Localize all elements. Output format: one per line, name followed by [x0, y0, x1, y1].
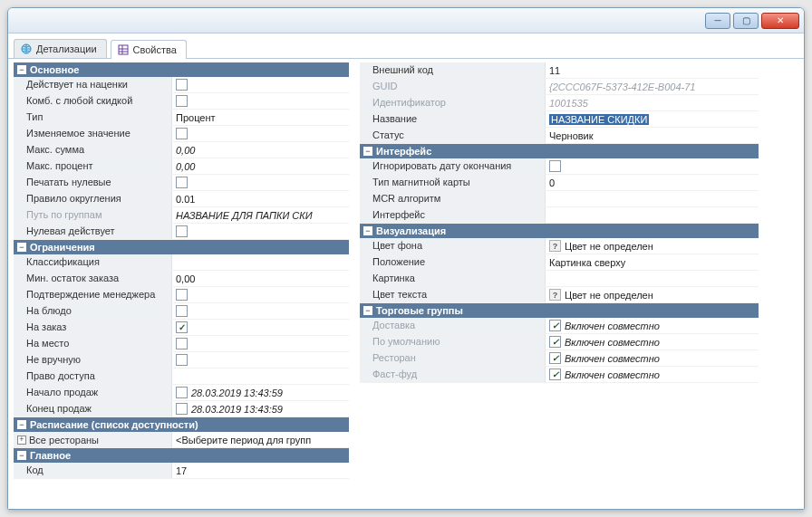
row-vse-restorany[interactable]: + Все рестораны <Выберите период для гру…	[14, 432, 349, 448]
row-na-mesto[interactable]: На место	[14, 336, 349, 352]
row-pechatat-nulevye[interactable]: Печатать нулевые	[14, 175, 349, 191]
row-min-ostatok-zakaza[interactable]: Мин. остаток заказа 0,00	[14, 271, 349, 287]
row-fast-fud[interactable]: Фаст-фуд Включен совместно	[360, 367, 759, 383]
checkbox[interactable]	[176, 387, 188, 398]
row-konec-prodazh[interactable]: Конец продаж 28.03.2019 13:43:59	[14, 401, 349, 417]
checkbox[interactable]	[176, 305, 188, 317]
section-interfeis[interactable]: − Интерфейс	[360, 144, 759, 158]
row-restoran[interactable]: Ресторан Включен совместно	[360, 350, 759, 367]
row-podtverzhdenie-menedzhera[interactable]: Подтверждение менеджера	[14, 287, 349, 303]
checkbox[interactable]	[176, 338, 188, 349]
checkbox[interactable]	[176, 403, 188, 415]
row-tip[interactable]: Тип Процент	[14, 110, 349, 126]
collapse-icon: −	[363, 306, 372, 315]
checkbox[interactable]	[176, 177, 188, 188]
row-cvet-fona[interactable]: Цвет фона ?Цвет не определен	[360, 238, 759, 254]
row-na-zakaz[interactable]: На заказ	[14, 320, 349, 336]
question-icon: ?	[549, 289, 561, 301]
checkbox[interactable]	[549, 336, 561, 348]
titlebar: ─ ▢ ✕	[8, 8, 804, 34]
row-ne-vruchnuyu[interactable]: Не вручную	[14, 352, 349, 369]
row-nazvanie[interactable]: Название НАЗВАНИЕ СКИДКИ	[360, 111, 759, 128]
section-vizualizaciya[interactable]: − Визуализация	[360, 224, 759, 238]
minimize-button[interactable]: ─	[705, 13, 730, 29]
selected-text: НАЗВАНИЕ СКИДКИ	[549, 114, 649, 125]
row-pravilo-okrugleniya[interactable]: Правило округления 0.01	[14, 191, 349, 207]
row-interfeis[interactable]: Интерфейс	[360, 207, 759, 224]
tab-label: Детализации	[36, 43, 97, 54]
globe-icon	[20, 43, 33, 55]
collapse-icon: −	[17, 451, 26, 460]
row-deistvuet-na-nacenki[interactable]: Действует на наценки	[14, 77, 349, 93]
svg-rect-1	[119, 45, 128, 54]
collapse-icon: −	[363, 226, 372, 235]
row-komb-s-luboi-skidkoi[interactable]: Комб. с любой скидкой	[14, 93, 349, 110]
section-osnovnoe[interactable]: − Основное	[14, 62, 349, 77]
checkbox[interactable]	[549, 369, 561, 380]
checkbox[interactable]	[176, 95, 188, 107]
collapse-icon: −	[17, 65, 26, 74]
row-maks-summa[interactable]: Макс. сумма 0,00	[14, 142, 349, 158]
question-icon: ?	[549, 240, 561, 252]
row-dostavka[interactable]: Доставка Включен совместно	[360, 318, 759, 334]
maximize-button[interactable]: ▢	[733, 13, 759, 29]
tab-label: Свойства	[133, 44, 177, 55]
checkbox[interactable]	[549, 320, 561, 331]
properties-icon	[117, 43, 130, 56]
row-mcr-algoritm[interactable]: MCR алгоритм	[360, 191, 759, 207]
checkbox[interactable]	[549, 160, 561, 172]
row-izmenyaemoe-znachenie[interactable]: Изменяемое значение	[14, 126, 349, 142]
row-polozhenie[interactable]: Положение Картинка сверху	[360, 254, 759, 271]
row-klassifikaciya[interactable]: Классификация	[14, 254, 349, 271]
checkbox[interactable]	[176, 289, 188, 301]
checkbox[interactable]	[176, 79, 188, 91]
section-raspisanie[interactable]: − Расписание (список доступности)	[14, 417, 349, 432]
row-status[interactable]: Статус Черновик	[360, 128, 759, 144]
row-nachalo-prodazh[interactable]: Начало продаж 28.03.2019 13:43:59	[14, 385, 349, 401]
row-ignorirovat-datu[interactable]: Игнорировать дату окончания	[360, 158, 759, 175]
row-guid: GUID {2CCC067F-5373-412E-B004-71	[360, 79, 759, 95]
collapse-icon: −	[17, 243, 26, 252]
close-button[interactable]: ✕	[761, 13, 799, 29]
row-cvet-teksta[interactable]: Цвет текста ?Цвет не определен	[360, 287, 759, 303]
collapse-icon: −	[17, 420, 26, 429]
property-grid-body: − Основное Действует на наценки Комб. с …	[8, 59, 804, 509]
row-vneshniy-kod[interactable]: Внешний код 11	[360, 62, 759, 79]
section-ogranicheniya[interactable]: − Ограничения	[14, 240, 349, 254]
checkbox[interactable]	[176, 225, 188, 237]
row-na-bludo[interactable]: На блюдо	[14, 303, 349, 320]
checkbox[interactable]	[176, 321, 188, 333]
row-put-po-gruppam: Путь по группам НАЗВАНИЕ ДЛЯ ПАПКИ СКИ	[14, 207, 349, 224]
checkbox[interactable]	[549, 352, 561, 364]
checkbox[interactable]	[176, 354, 188, 366]
right-column: Внешний код 11 GUID {2CCC067F-5373-412E-…	[360, 62, 759, 503]
row-kartinka[interactable]: Картинка	[360, 271, 759, 287]
row-maks-procent[interactable]: Макс. процент 0,00	[14, 158, 349, 175]
row-nulevaya-deistvuet[interactable]: Нулевая действует	[14, 224, 349, 240]
left-column: − Основное Действует на наценки Комб. с …	[14, 62, 349, 503]
tab-detalizacii[interactable]: Детализации	[14, 39, 107, 58]
tab-bar: Детализации Свойства	[8, 34, 804, 59]
row-po-umolchaniyu[interactable]: По умолчанию Включен совместно	[360, 334, 759, 350]
collapse-icon: −	[363, 147, 372, 156]
row-pravo-dostupa[interactable]: Право доступа	[14, 369, 349, 385]
checkbox[interactable]	[176, 128, 188, 139]
app-window: ─ ▢ ✕ Детализации Свойства − Основное Де…	[7, 7, 805, 510]
row-identifikator: Идентификатор 1001535	[360, 95, 759, 111]
tab-svoistva[interactable]: Свойства	[111, 40, 187, 59]
expand-icon[interactable]: +	[17, 436, 26, 445]
row-tip-magn-karty[interactable]: Тип магнитной карты 0	[360, 175, 759, 191]
section-glavnoe[interactable]: − Главное	[14, 448, 349, 463]
row-kod[interactable]: Код 17	[14, 463, 349, 479]
section-torgovye-gruppy[interactable]: − Торговые группы	[360, 303, 759, 318]
